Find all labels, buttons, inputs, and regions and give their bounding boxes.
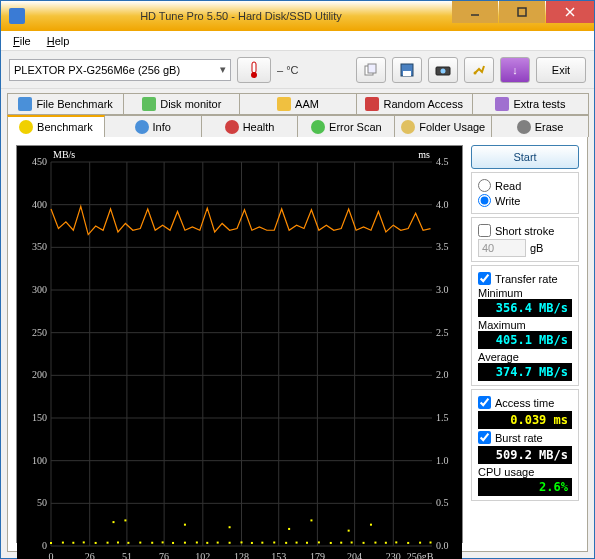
access-check[interactable]: Access time [478,396,572,409]
menu-help[interactable]: Help [39,33,78,49]
maximize-button[interactable] [499,1,545,23]
transfer-group: Transfer rate Minimum 356.4 MB/s Maximum… [471,265,579,386]
tab-extra-tests[interactable]: Extra tests [472,93,589,115]
svg-point-5 [251,72,257,78]
transfer-check[interactable]: Transfer rate [478,272,572,285]
drive-label: PLEXTOR PX-G256M6e (256 gB) [14,64,180,76]
close-button[interactable] [546,1,594,23]
tab-error-scan[interactable]: Error Scan [297,115,395,137]
tab-random-access[interactable]: Random Access [356,93,473,115]
menu-file[interactable]: File [5,33,39,49]
min-value: 356.4 MB/s [478,299,572,317]
toolbar: PLEXTOR PX-G256M6e (256 gB) – °C ↓ Exit [1,51,594,89]
access-value: 0.039 ms [478,411,572,429]
temperature: – °C [277,64,299,76]
settings-icon[interactable] [464,57,494,83]
svg-rect-9 [403,71,411,76]
tab-erase[interactable]: Erase [491,115,589,137]
benchmark-chart [16,145,463,543]
titlebar: HD Tune Pro 5.50 - Hard Disk/SSD Utility [1,1,594,31]
tab-folder-usage[interactable]: Folder Usage [394,115,492,137]
short-stroke-input[interactable] [478,239,526,257]
avg-label: Average [478,351,572,363]
tab-disk-monitor[interactable]: Disk monitor [123,93,240,115]
app-icon [9,8,25,24]
tab-info[interactable]: Info [104,115,202,137]
burst-check[interactable]: Burst rate [478,431,572,444]
tab-health[interactable]: Health [201,115,299,137]
ss-unit: gB [530,242,543,254]
svg-rect-1 [518,8,526,16]
write-radio[interactable]: Write [478,194,572,207]
avg-value: 374.7 MB/s [478,363,572,381]
window-title: HD Tune Pro 5.50 - Hard Disk/SSD Utility [31,10,451,22]
minimize-button[interactable] [452,1,498,23]
screenshot-icon[interactable] [428,57,458,83]
min-label: Minimum [478,287,572,299]
cpu-label: CPU usage [478,466,572,478]
svg-rect-7 [368,64,376,73]
burst-value: 509.2 MB/s [478,446,572,464]
read-radio[interactable]: Read [478,179,572,192]
svg-rect-4 [252,62,256,73]
svg-point-11 [441,68,446,73]
thermometer-icon [237,57,271,83]
menubar: File Help [1,31,594,51]
content-panel: Start Read Write Short stroke gB Transfe… [7,137,588,552]
side-panel: Start Read Write Short stroke gB Transfe… [471,145,579,543]
copy-icon[interactable] [356,57,386,83]
access-group: Access time 0.039 ms Burst rate 509.2 MB… [471,389,579,501]
app-window: HD Tune Pro 5.50 - Hard Disk/SSD Utility… [0,0,595,559]
mode-group: Read Write [471,172,579,214]
tab-row-secondary: File BenchmarkDisk monitorAAMRandom Acce… [7,93,588,115]
tab-file-benchmark[interactable]: File Benchmark [7,93,124,115]
cpu-value: 2.6% [478,478,572,496]
max-label: Maximum [478,319,572,331]
tab-benchmark[interactable]: Benchmark [7,115,105,137]
start-button[interactable]: Start [471,145,579,169]
tab-area: File BenchmarkDisk monitorAAMRandom Acce… [7,93,588,552]
drive-select[interactable]: PLEXTOR PX-G256M6e (256 gB) [9,59,231,81]
window-controls [451,1,594,31]
tab-row-primary: BenchmarkInfoHealthError ScanFolder Usag… [7,115,588,137]
max-value: 405.1 MB/s [478,331,572,349]
tab-aam[interactable]: AAM [239,93,356,115]
svg-point-12 [474,71,477,74]
exit-button[interactable]: Exit [536,57,586,83]
save-icon[interactable] [392,57,422,83]
short-stroke-check[interactable]: Short stroke [478,224,572,237]
download-icon[interactable]: ↓ [500,57,530,83]
short-stroke-group: Short stroke gB [471,217,579,262]
